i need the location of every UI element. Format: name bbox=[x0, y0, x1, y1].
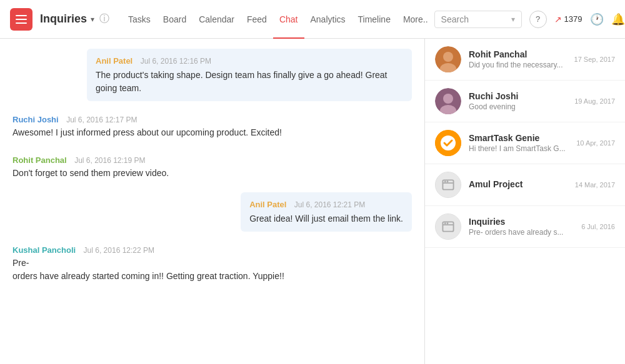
conversation-preview: Pre- orders have already s... bbox=[469, 228, 574, 237]
conversation-rohit[interactable]: Rohit Panchal Did you find the necessary… bbox=[425, 39, 625, 81]
conversation-name: Inquiries bbox=[469, 217, 574, 227]
conversation-date: 17 Sep, 2017 bbox=[574, 56, 615, 63]
conversation-genie[interactable]: SmartTask Genie Hi there! I am SmartTask… bbox=[425, 122, 625, 164]
svg-point-11 bbox=[436, 172, 461, 197]
tab-tasks[interactable]: Tasks bbox=[122, 1, 157, 39]
conversation-date: 14 Mar, 2017 bbox=[575, 181, 615, 189]
conversation-date: 10 Apr, 2017 bbox=[576, 139, 615, 147]
conversation-info: Amul Project bbox=[469, 179, 568, 190]
sender-name: Kushal Pancholi bbox=[12, 245, 76, 255]
message-timestamp: Jul 6, 2016 12:22 PM bbox=[84, 246, 154, 255]
help-label: ? bbox=[536, 14, 540, 24]
message-text: The product's taking shape. Design team … bbox=[96, 69, 403, 95]
avatar-amul bbox=[435, 172, 461, 198]
sender-name: Anil Patel bbox=[249, 200, 286, 209]
message-text: Awesome! I just informed press about our… bbox=[12, 126, 412, 139]
conversation-amul[interactable]: Amul Project 14 Mar, 2017 bbox=[425, 164, 625, 206]
header: Inquiries ▾ ⓘ Tasks Board Calendar Feed … bbox=[0, 0, 625, 39]
tab-more[interactable]: More.. bbox=[397, 1, 434, 39]
conversation-meta: 17 Sep, 2017 bbox=[574, 56, 615, 63]
project-dropdown-icon[interactable]: ▾ bbox=[91, 15, 94, 24]
message-text: Pre-orders have already started coming i… bbox=[12, 257, 412, 283]
conversation-name: Amul Project bbox=[469, 179, 568, 189]
sender-name: Anil Patel bbox=[96, 56, 132, 66]
message-plain-2: Ruchi Joshi Jul 6, 2016 12:17 PM Awesome… bbox=[12, 111, 412, 142]
hamburger-icon bbox=[16, 15, 27, 24]
tab-board[interactable]: Board bbox=[157, 1, 192, 39]
message-timestamp: Jul 6, 2016 12:17 PM bbox=[66, 116, 137, 124]
svg-point-15 bbox=[447, 180, 449, 182]
info-icon[interactable]: ⓘ bbox=[99, 12, 109, 26]
svg-point-16 bbox=[436, 214, 461, 239]
sender-name: Rohit Panchal bbox=[12, 155, 67, 165]
conversation-inquiries[interactable]: Inquiries Pre- orders have already s... … bbox=[425, 206, 625, 248]
conversation-ruchi[interactable]: Ruchi Joshi Good evening 19 Aug, 2017 bbox=[425, 81, 625, 122]
sender-name: Ruchi Joshi bbox=[12, 115, 59, 124]
conversation-date: 6 Jul, 2016 bbox=[581, 223, 615, 230]
tab-calendar[interactable]: Calendar bbox=[192, 1, 241, 39]
conversation-meta: 10 Apr, 2017 bbox=[576, 139, 615, 147]
tab-feed[interactable]: Feed bbox=[241, 1, 273, 39]
help-button[interactable]: ? bbox=[529, 11, 547, 28]
conversation-preview: Hi there! I am SmartTask G... bbox=[469, 144, 569, 153]
conversation-meta: 6 Jul, 2016 bbox=[581, 223, 615, 230]
project-title[interactable]: Inquiries bbox=[40, 12, 87, 26]
svg-point-20 bbox=[447, 222, 449, 224]
trending-count: 1379 bbox=[564, 14, 582, 24]
svg-point-7 bbox=[443, 94, 453, 104]
conversation-date: 19 Aug, 2017 bbox=[574, 97, 615, 105]
conversation-info: Inquiries Pre- orders have already s... bbox=[469, 217, 574, 237]
avatar-genie bbox=[435, 130, 461, 156]
message-timestamp: Jul 6, 2016 12:19 PM bbox=[74, 156, 145, 165]
hamburger-button[interactable] bbox=[10, 8, 32, 31]
conversation-preview: Good evening bbox=[469, 102, 567, 111]
chat-area: Anil Patel Jul 6, 2016 12:16 PM The prod… bbox=[0, 39, 425, 364]
conversation-info: Rohit Panchal Did you find the necessary… bbox=[469, 49, 567, 69]
svg-point-19 bbox=[444, 222, 446, 224]
svg-point-14 bbox=[444, 180, 446, 182]
trending-icon: ↗ bbox=[554, 14, 562, 24]
tab-analytics[interactable]: Analytics bbox=[304, 1, 352, 39]
message-plain-3: Rohit Panchal Jul 6, 2016 12:19 PM Don't… bbox=[12, 152, 412, 182]
message-bubble-4: Anil Patel Jul 6, 2016 12:21 PM Great id… bbox=[241, 192, 412, 232]
message-timestamp: Jul 6, 2016 12:16 PM bbox=[141, 57, 211, 66]
avatar-ruchi bbox=[435, 88, 461, 114]
message-timestamp: Jul 6, 2016 12:21 PM bbox=[294, 200, 365, 209]
conversation-preview: Did you find the necessary... bbox=[469, 61, 567, 69]
main-content: Anil Patel Jul 6, 2016 12:16 PM The prod… bbox=[0, 39, 625, 364]
header-right: Search ▾ ? ↗ 1379 🕐 🔔 bbox=[434, 9, 625, 29]
svg-point-4 bbox=[443, 52, 453, 62]
message-plain-5: Kushal Pancholi Jul 6, 2016 12:22 PM Pre… bbox=[12, 242, 412, 285]
conversation-meta: 14 Mar, 2017 bbox=[575, 181, 615, 189]
conversation-name: Ruchi Joshi bbox=[469, 91, 567, 101]
conversation-name: SmartTask Genie bbox=[469, 133, 569, 143]
tab-chat[interactable]: Chat bbox=[273, 1, 304, 39]
conversation-info: Ruchi Joshi Good evening bbox=[469, 91, 567, 111]
message-text: Don't forget to send them preview video. bbox=[12, 167, 412, 180]
trending-badge[interactable]: ↗ 1379 bbox=[554, 14, 582, 24]
search-bar[interactable]: Search ▾ bbox=[434, 11, 522, 28]
clock-icon[interactable]: 🕐 bbox=[590, 12, 604, 26]
conversation-name: Rohit Panchal bbox=[469, 49, 567, 59]
conversation-meta: 19 Aug, 2017 bbox=[574, 97, 615, 105]
message-bubble-1: Anil Patel Jul 6, 2016 12:16 PM The prod… bbox=[87, 49, 412, 101]
message-text: Great idea! Will just email them the lin… bbox=[249, 212, 403, 225]
conversations-sidebar: Rohit Panchal Did you find the necessary… bbox=[425, 39, 625, 364]
search-placeholder: Search bbox=[441, 14, 508, 24]
tab-timeline[interactable]: Timeline bbox=[352, 1, 397, 39]
search-dropdown-icon[interactable]: ▾ bbox=[511, 15, 515, 24]
bell-icon[interactable]: 🔔 bbox=[611, 12, 625, 26]
nav-tabs: Tasks Board Calendar Feed Chat Analytics… bbox=[122, 0, 434, 38]
conversation-info: SmartTask Genie Hi there! I am SmartTask… bbox=[469, 133, 569, 153]
avatar-inquiries bbox=[435, 214, 461, 240]
avatar-rohit bbox=[435, 46, 461, 72]
